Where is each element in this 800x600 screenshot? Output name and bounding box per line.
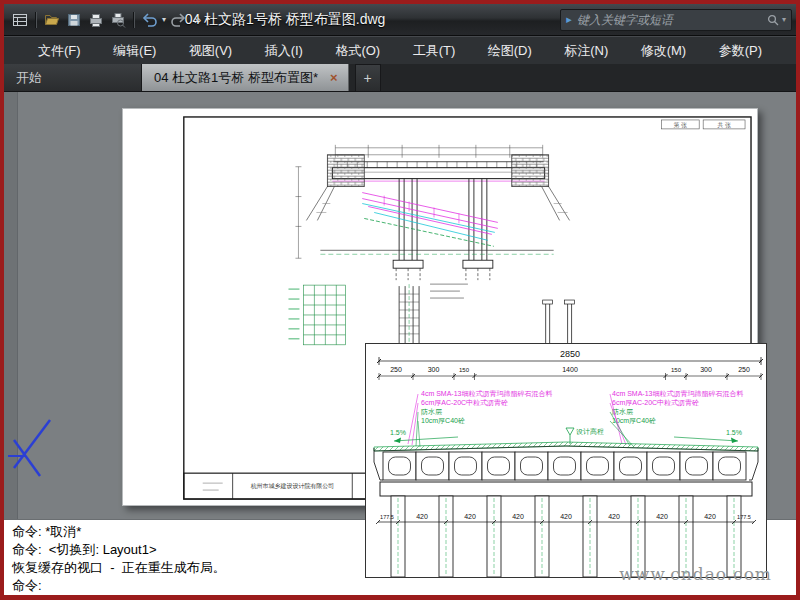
quick-access-toolbar: ▾ » [4,10,201,30]
open-file-icon[interactable] [42,10,62,30]
menu-view[interactable]: 视图(V) [185,38,236,64]
overall-dimension: 2850 [377,349,763,365]
dim-label: 177.5 [380,514,394,520]
dim-label: 420 [560,513,572,520]
dim-label: 177.5 [737,514,751,520]
autocad-window: ▾ » 04 杜文路1号桥 桥型布置图.dwg ▸ ▾ 文件(F) 编辑(E) … [0,0,800,600]
dim-label: 420 [464,513,476,520]
label-deck-concrete: 10cm厚C40砼 [612,417,656,425]
dim-label: 250 [738,366,750,373]
dim-label: 420 [512,513,524,520]
label-deck-concrete: 10cm厚C40砼 [421,417,465,425]
dim-label: 250 [390,366,402,373]
menubar: 文件(F) 编辑(E) 视图(V) 插入(I) 格式(O) 工具(T) 绘图(D… [4,36,796,64]
tendon-lines [362,193,498,247]
tab-start-label: 开始 [16,69,42,87]
new-tab-button[interactable]: + [355,64,381,91]
close-tab-icon[interactable]: × [330,70,338,85]
ucs-icon [6,418,54,482]
label-ac-layer: 6cm厚AC-20C中粒式沥青砼 [421,399,508,407]
quantity-table [288,285,345,345]
segment-dimensions: 250 300 150 1400 150 300 250 [377,366,763,380]
redo-icon[interactable] [168,10,188,30]
magnifier-icon[interactable] [767,14,779,26]
menu-tools[interactable]: 工具(T) [409,38,460,64]
tab-start[interactable]: 开始 [4,64,142,91]
dim-label: 420 [608,513,620,520]
title-block-company: 杭州市城乡建设设计院有限公司 [250,482,335,490]
menu-draw[interactable]: 绘图(D) [484,38,536,64]
dim-label: 420 [656,513,668,520]
search-go-icon[interactable]: ▸ [561,13,577,26]
sheet-total: 共 张 [717,122,731,129]
toolbar-separator [35,12,37,28]
deck-section-detail-view: 2850 250 300 150 1400 150 300 250 4cm SM… [365,343,767,578]
bridge-elevation [295,145,569,280]
menu-edit[interactable]: 编辑(E) [109,38,160,64]
label-slope-left: 1.5% [390,429,406,436]
column-dimensions: 177.5 420 420 420 420 420 420 420 177.5 [376,513,756,524]
save-icon[interactable] [64,10,84,30]
menu-file[interactable]: 文件(F) [34,38,85,64]
titlebar: ▾ » 04 杜文路1号桥 桥型布置图.dwg ▸ ▾ [4,4,796,36]
dim-label: 300 [428,366,440,373]
paving-labels: 4cm SMA-13细粒式沥青玛蹄脂碎石混合料 6cm厚AC-20C中粒式沥青砼… [390,390,743,447]
label-ac-layer: 6cm厚AC-20C中粒式沥青砼 [612,399,699,407]
undo-dropdown-icon[interactable]: ▾ [162,16,166,24]
menu-parametric[interactable]: 参数(P) [715,38,766,64]
plot-icon[interactable] [86,10,106,30]
pier-details [399,284,574,346]
menu-modify[interactable]: 修改(M) [637,38,691,64]
search-dropdown-icon[interactable]: ▾ [782,16,786,24]
deck-cross-section [374,442,758,496]
menu-format[interactable]: 格式(O) [331,38,384,64]
deck-section-drawing: 2850 250 300 150 1400 150 300 250 4cm SM… [366,344,766,577]
file-tab-bar: 开始 04 杜文路1号桥 桥型布置图* × + [4,64,796,92]
menu-dimension[interactable]: 标注(N) [560,38,612,64]
application-frame: ▾ » 04 杜文路1号桥 桥型布置图.dwg ▸ ▾ 文件(F) 编辑(E) … [4,4,796,595]
infocenter-search: ▸ ▾ [560,9,792,31]
label-sma-layer: 4cm SMA-13细粒式沥青玛蹄脂碎石混合料 [612,390,743,398]
search-input[interactable] [577,11,762,29]
app-menu-icon[interactable] [10,10,30,30]
search-extra-icons: ▾ [762,14,791,26]
dim-label: 150 [671,367,682,373]
label-design-elevation: 设计高程 [576,428,604,435]
dim-label-total: 2850 [560,349,580,359]
undo-icon[interactable] [140,10,160,30]
menu-insert[interactable]: 插入(I) [261,38,307,64]
dim-label: 150 [459,367,470,373]
tab-document-label: 04 杜文路1号桥 桥型布置图* [154,69,318,87]
dim-label: 420 [416,513,428,520]
label-waterproof: 防水层 [421,408,442,416]
label-slope-right: 1.5% [726,429,742,436]
dim-label: 300 [700,366,712,373]
print-preview-icon[interactable] [108,10,128,30]
label-sma-layer: 4cm SMA-13细粒式沥青玛蹄脂碎石混合料 [421,390,552,398]
toolbar-overflow-icon[interactable]: » [194,13,201,26]
dim-label: 1400 [562,366,578,373]
dim-label: 420 [704,513,716,520]
sheet-number: 第 张 [673,122,687,129]
watermark: www.cndao.com [619,564,772,584]
tab-document[interactable]: 04 杜文路1号桥 桥型布置图* × [142,64,349,91]
toolbar-separator [133,12,135,28]
